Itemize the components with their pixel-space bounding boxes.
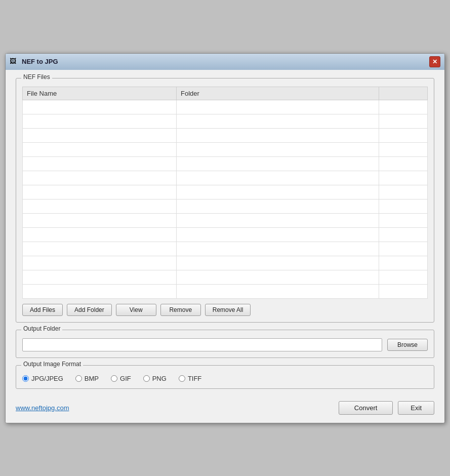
- exit-button[interactable]: Exit: [398, 401, 434, 415]
- nef-files-label: NEF Files: [21, 73, 52, 81]
- title-bar-left: 🖼 NEF to JPG: [10, 57, 58, 66]
- format-png-label: PNG: [152, 375, 167, 382]
- output-folder-input[interactable]: [22, 338, 382, 351]
- col-header-folder: Folder: [177, 87, 379, 100]
- col-header-extra: [379, 87, 428, 100]
- table-row: [23, 128, 428, 142]
- footer: www.neftojpg.com Convert Exit: [16, 397, 434, 415]
- output-folder-label: Output Folder: [21, 325, 62, 332]
- format-png-radio[interactable]: [143, 375, 150, 382]
- format-gif-label: GIF: [120, 375, 131, 382]
- format-bmp-label: BMP: [85, 375, 99, 382]
- format-jpg[interactable]: JPG/JPEG: [22, 375, 63, 382]
- table-row: [23, 242, 428, 256]
- format-png[interactable]: PNG: [143, 375, 167, 382]
- table-row: [23, 284, 428, 298]
- table-row: [23, 227, 428, 242]
- table-row: [23, 156, 428, 171]
- format-tiff-label: TIFF: [188, 375, 201, 382]
- output-format-label: Output Image Format: [21, 361, 83, 368]
- view-button[interactable]: View: [116, 304, 156, 316]
- footer-buttons: Convert Exit: [339, 401, 434, 415]
- col-header-filename: File Name: [23, 87, 177, 100]
- add-files-button[interactable]: Add Files: [22, 304, 63, 316]
- website-link[interactable]: www.neftojpg.com: [16, 404, 69, 412]
- output-folder-row: Browse: [22, 338, 428, 351]
- remove-all-button[interactable]: Remove All: [205, 304, 251, 316]
- remove-button[interactable]: Remove: [160, 304, 201, 316]
- file-table-body: [23, 100, 428, 298]
- file-table: File Name Folder: [22, 87, 428, 299]
- window-body: NEF Files File Name Folder: [6, 70, 444, 423]
- table-row: [23, 213, 428, 227]
- output-format-group: Output Image Format JPG/JPEG BMP GIF PNG: [16, 365, 434, 389]
- table-row: [23, 256, 428, 270]
- add-folder-button[interactable]: Add Folder: [67, 304, 112, 316]
- format-tiff[interactable]: TIFF: [179, 375, 201, 382]
- table-row: [23, 199, 428, 213]
- format-bmp-radio[interactable]: [75, 375, 82, 382]
- table-row: [23, 185, 428, 199]
- close-button[interactable]: ✕: [429, 56, 440, 67]
- file-buttons-row: Add Files Add Folder View Remove Remove …: [22, 304, 428, 316]
- main-window: 🖼 NEF to JPG ✕ NEF Files File Name Folde…: [5, 53, 445, 423]
- nef-files-group: NEF Files File Name Folder: [16, 78, 434, 323]
- format-options-row: JPG/JPEG BMP GIF PNG TIFF: [22, 375, 428, 382]
- format-tiff-radio[interactable]: [179, 375, 185, 382]
- format-gif[interactable]: GIF: [111, 375, 131, 382]
- output-folder-group: Output Folder Browse: [16, 330, 434, 358]
- format-jpg-radio[interactable]: [22, 375, 29, 382]
- table-row: [23, 142, 428, 156]
- app-icon: 🖼: [10, 57, 19, 66]
- browse-button[interactable]: Browse: [387, 339, 428, 351]
- format-bmp[interactable]: BMP: [75, 375, 99, 382]
- table-row: [23, 114, 428, 128]
- format-jpg-label: JPG/JPEG: [31, 375, 63, 382]
- table-row: [23, 171, 428, 185]
- format-gif-radio[interactable]: [111, 375, 117, 382]
- table-row: [23, 100, 428, 114]
- convert-button[interactable]: Convert: [339, 401, 393, 415]
- window-title: NEF to JPG: [22, 58, 58, 65]
- title-bar: 🖼 NEF to JPG ✕: [6, 54, 444, 70]
- table-row: [23, 270, 428, 284]
